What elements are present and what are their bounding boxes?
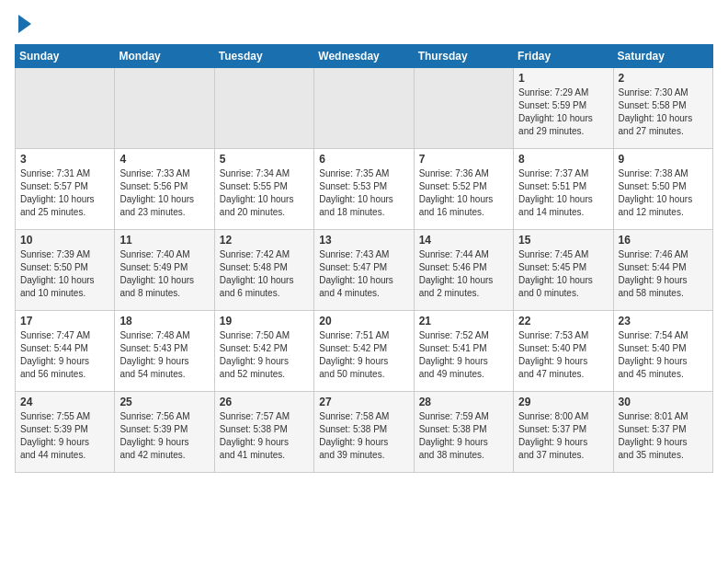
day-info: Sunrise: 7:44 AM Sunset: 5:46 PM Dayligh… (419, 248, 508, 300)
calendar-cell: 7Sunrise: 7:36 AM Sunset: 5:52 PM Daylig… (414, 149, 513, 230)
day-number: 20 (319, 315, 408, 327)
day-info: Sunrise: 7:30 AM Sunset: 5:58 PM Dayligh… (619, 86, 708, 138)
calendar-cell: 9Sunrise: 7:38 AM Sunset: 5:50 PM Daylig… (613, 149, 712, 230)
calendar-table: SundayMondayTuesdayWednesdayThursdayFrid… (15, 44, 713, 473)
calendar-cell: 28Sunrise: 7:59 AM Sunset: 5:38 PM Dayli… (414, 392, 513, 473)
day-number: 2 (619, 72, 708, 85)
weekday-header-friday: Friday (514, 45, 613, 68)
calendar-cell: 13Sunrise: 7:43 AM Sunset: 5:47 PM Dayli… (314, 230, 414, 311)
day-number: 3 (20, 153, 109, 166)
logo-arrow-icon (18, 15, 31, 33)
calendar-week-row: 10Sunrise: 7:39 AM Sunset: 5:50 PM Dayli… (16, 230, 713, 311)
calendar-cell (314, 68, 414, 149)
day-info: Sunrise: 7:35 AM Sunset: 5:53 PM Dayligh… (319, 167, 408, 219)
weekday-header-tuesday: Tuesday (214, 45, 313, 68)
calendar-cell: 26Sunrise: 7:57 AM Sunset: 5:38 PM Dayli… (214, 392, 313, 473)
calendar-cell (115, 68, 214, 149)
calendar-cell: 19Sunrise: 7:50 AM Sunset: 5:42 PM Dayli… (214, 311, 313, 392)
logo (15, 15, 31, 33)
day-info: Sunrise: 7:36 AM Sunset: 5:52 PM Dayligh… (419, 167, 508, 219)
day-number: 13 (319, 234, 408, 247)
calendar-cell: 21Sunrise: 7:52 AM Sunset: 5:41 PM Dayli… (414, 311, 513, 392)
day-info: Sunrise: 8:01 AM Sunset: 5:37 PM Dayligh… (619, 410, 708, 462)
day-number: 7 (419, 153, 508, 166)
day-number: 22 (518, 315, 608, 327)
weekday-header-saturday: Saturday (613, 45, 712, 68)
calendar-week-row: 1Sunrise: 7:29 AM Sunset: 5:59 PM Daylig… (16, 68, 713, 149)
day-info: Sunrise: 7:31 AM Sunset: 5:57 PM Dayligh… (20, 167, 109, 219)
day-number: 1 (518, 72, 608, 85)
day-info: Sunrise: 7:47 AM Sunset: 5:44 PM Dayligh… (20, 329, 109, 381)
page-header (15, 15, 713, 33)
day-info: Sunrise: 7:46 AM Sunset: 5:44 PM Dayligh… (619, 248, 708, 300)
day-info: Sunrise: 7:33 AM Sunset: 5:56 PM Dayligh… (119, 167, 209, 219)
day-info: Sunrise: 7:55 AM Sunset: 5:39 PM Dayligh… (20, 410, 109, 462)
day-number: 29 (518, 396, 608, 408)
day-info: Sunrise: 7:39 AM Sunset: 5:50 PM Dayligh… (20, 248, 109, 300)
day-info: Sunrise: 7:38 AM Sunset: 5:50 PM Dayligh… (619, 167, 708, 219)
day-number: 9 (619, 153, 708, 166)
calendar-cell: 24Sunrise: 7:55 AM Sunset: 5:39 PM Dayli… (16, 392, 115, 473)
day-info: Sunrise: 7:50 AM Sunset: 5:42 PM Dayligh… (220, 329, 309, 381)
calendar-cell: 6Sunrise: 7:35 AM Sunset: 5:53 PM Daylig… (314, 149, 414, 230)
weekday-header-sunday: Sunday (16, 45, 115, 68)
day-info: Sunrise: 7:29 AM Sunset: 5:59 PM Dayligh… (518, 86, 608, 138)
day-info: Sunrise: 7:51 AM Sunset: 5:42 PM Dayligh… (319, 329, 408, 381)
day-number: 11 (119, 234, 209, 247)
day-info: Sunrise: 7:58 AM Sunset: 5:38 PM Dayligh… (319, 410, 408, 462)
calendar-cell: 8Sunrise: 7:37 AM Sunset: 5:51 PM Daylig… (514, 149, 613, 230)
day-info: Sunrise: 7:34 AM Sunset: 5:55 PM Dayligh… (220, 167, 309, 219)
calendar-week-row: 17Sunrise: 7:47 AM Sunset: 5:44 PM Dayli… (16, 311, 713, 392)
day-number: 19 (220, 315, 309, 327)
calendar-cell: 17Sunrise: 7:47 AM Sunset: 5:44 PM Dayli… (16, 311, 115, 392)
calendar-cell (214, 68, 313, 149)
day-info: Sunrise: 7:37 AM Sunset: 5:51 PM Dayligh… (518, 167, 608, 219)
calendar-body: 1Sunrise: 7:29 AM Sunset: 5:59 PM Daylig… (16, 68, 713, 473)
logo-blue-text (15, 15, 31, 33)
day-info: Sunrise: 7:53 AM Sunset: 5:40 PM Dayligh… (518, 329, 608, 381)
calendar-cell: 30Sunrise: 8:01 AM Sunset: 5:37 PM Dayli… (613, 392, 712, 473)
weekday-header-wednesday: Wednesday (314, 45, 414, 68)
calendar-cell: 11Sunrise: 7:40 AM Sunset: 5:49 PM Dayli… (115, 230, 214, 311)
day-number: 12 (220, 234, 309, 247)
calendar-cell: 1Sunrise: 7:29 AM Sunset: 5:59 PM Daylig… (514, 68, 613, 149)
day-number: 23 (619, 315, 708, 327)
calendar-cell: 23Sunrise: 7:54 AM Sunset: 5:40 PM Dayli… (613, 311, 712, 392)
weekday-header-monday: Monday (115, 45, 214, 68)
calendar-header: SundayMondayTuesdayWednesdayThursdayFrid… (16, 45, 713, 68)
calendar-cell: 27Sunrise: 7:58 AM Sunset: 5:38 PM Dayli… (314, 392, 414, 473)
calendar-week-row: 24Sunrise: 7:55 AM Sunset: 5:39 PM Dayli… (16, 392, 713, 473)
calendar-cell: 20Sunrise: 7:51 AM Sunset: 5:42 PM Dayli… (314, 311, 414, 392)
calendar-cell: 2Sunrise: 7:30 AM Sunset: 5:58 PM Daylig… (613, 68, 712, 149)
day-info: Sunrise: 8:00 AM Sunset: 5:37 PM Dayligh… (518, 410, 608, 462)
day-number: 26 (220, 396, 309, 408)
day-info: Sunrise: 7:42 AM Sunset: 5:48 PM Dayligh… (220, 248, 309, 300)
day-number: 15 (518, 234, 608, 247)
calendar-cell: 22Sunrise: 7:53 AM Sunset: 5:40 PM Dayli… (514, 311, 613, 392)
day-number: 8 (518, 153, 608, 166)
day-number: 5 (220, 153, 309, 166)
day-info: Sunrise: 7:59 AM Sunset: 5:38 PM Dayligh… (419, 410, 508, 462)
day-number: 18 (119, 315, 209, 327)
day-number: 28 (419, 396, 508, 408)
day-info: Sunrise: 7:52 AM Sunset: 5:41 PM Dayligh… (419, 329, 508, 381)
day-number: 14 (419, 234, 508, 247)
day-number: 27 (319, 396, 408, 408)
calendar-cell: 14Sunrise: 7:44 AM Sunset: 5:46 PM Dayli… (414, 230, 513, 311)
day-number: 6 (319, 153, 408, 166)
calendar-cell: 3Sunrise: 7:31 AM Sunset: 5:57 PM Daylig… (16, 149, 115, 230)
calendar-cell (16, 68, 115, 149)
day-number: 10 (20, 234, 109, 247)
day-info: Sunrise: 7:48 AM Sunset: 5:43 PM Dayligh… (119, 329, 209, 381)
day-info: Sunrise: 7:54 AM Sunset: 5:40 PM Dayligh… (619, 329, 708, 381)
day-info: Sunrise: 7:57 AM Sunset: 5:38 PM Dayligh… (220, 410, 309, 462)
calendar-cell: 4Sunrise: 7:33 AM Sunset: 5:56 PM Daylig… (115, 149, 214, 230)
day-info: Sunrise: 7:43 AM Sunset: 5:47 PM Dayligh… (319, 248, 408, 300)
weekday-header-row: SundayMondayTuesdayWednesdayThursdayFrid… (16, 45, 713, 68)
calendar-cell: 15Sunrise: 7:45 AM Sunset: 5:45 PM Dayli… (514, 230, 613, 311)
day-number: 17 (20, 315, 109, 327)
day-number: 25 (119, 396, 209, 408)
weekday-header-thursday: Thursday (414, 45, 513, 68)
calendar-cell: 5Sunrise: 7:34 AM Sunset: 5:55 PM Daylig… (214, 149, 313, 230)
calendar-cell: 29Sunrise: 8:00 AM Sunset: 5:37 PM Dayli… (514, 392, 613, 473)
